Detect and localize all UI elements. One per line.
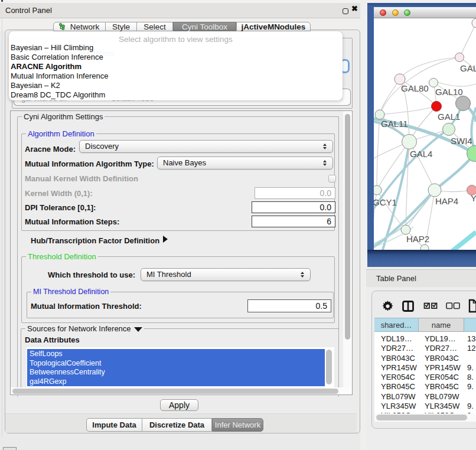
svg-text:GAL1: GAL1 [438,112,460,122]
svg-text:HAP4: HAP4 [435,196,458,206]
svg-text:GAL3: GAL3 [460,63,476,73]
svg-text:GAL80: GAL80 [401,83,429,93]
svg-text:SWI4: SWI4 [451,136,472,146]
svg-text:HAP2: HAP2 [406,234,429,244]
svg-text:GAL11: GAL11 [381,119,408,129]
svg-text:GCY1: GCY1 [374,197,397,207]
svg-text:GAL10: GAL10 [435,87,463,97]
svg-text:Y: Y [471,193,476,203]
svg-text:GAL4: GAL4 [410,149,432,159]
